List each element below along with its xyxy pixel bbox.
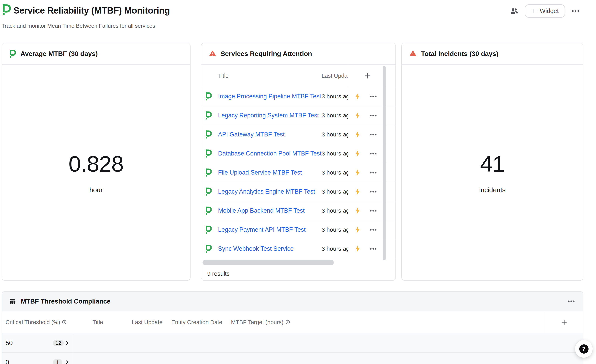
service-last-updated: 3 hours ag	[321, 245, 348, 252]
service-entity-link[interactable]: Image Processing Pipeline MTBF Test	[218, 93, 321, 100]
horizontal-scrollbar[interactable]	[202, 260, 334, 265]
warning-icon	[209, 51, 216, 57]
ellipsis-icon	[568, 300, 575, 302]
services-card-title: Services Requiring Attention	[221, 50, 312, 58]
port-logo-icon	[206, 92, 212, 101]
help-button[interactable]: ?	[575, 340, 593, 358]
page-more-options-button[interactable]	[572, 7, 580, 15]
service-entity-link[interactable]: Legacy Analytics Engine MTBF Test	[218, 188, 315, 195]
add-column-button[interactable]	[363, 72, 372, 80]
lightning-action-icon[interactable]	[355, 207, 360, 214]
port-logo-icon	[206, 130, 212, 138]
service-row-more-button[interactable]	[369, 150, 377, 157]
lightning-action-icon[interactable]	[355, 188, 360, 195]
service-last-updated: 3 hours ag	[321, 169, 348, 176]
ellipsis-icon	[370, 172, 377, 174]
compliance-more-options-button[interactable]	[567, 297, 576, 306]
lightning-action-icon[interactable]	[355, 150, 360, 157]
service-row: Image Processing Pipeline MTBF Test 3 ho…	[201, 87, 395, 106]
lightning-action-icon[interactable]	[355, 245, 360, 252]
info-icon[interactable]	[62, 320, 67, 325]
service-row-actions	[348, 125, 395, 144]
service-row: Mobile App Backend MTBF Test 3 hours ag	[201, 201, 395, 220]
lightning-action-icon[interactable]	[355, 226, 360, 233]
ellipsis-icon	[370, 229, 377, 231]
service-row-more-button[interactable]	[369, 207, 377, 215]
service-last-updated: 3 hours ag	[321, 150, 348, 157]
threshold-value: 50	[6, 339, 13, 347]
add-column-button[interactable]	[561, 319, 567, 325]
service-row: File Upload Service MTBF Test 3 hours ag	[201, 163, 395, 182]
port-logo-icon	[206, 149, 212, 158]
add-widget-label: Widget	[540, 7, 559, 15]
chevron-right-icon[interactable]	[64, 341, 69, 346]
header-actions: Widget	[510, 4, 580, 18]
service-row-more-button[interactable]	[369, 131, 377, 138]
service-entity-link[interactable]: API Gateway MTBF Test	[218, 131, 285, 138]
service-row-more-button[interactable]	[369, 169, 377, 176]
service-row: API Gateway MTBF Test 3 hours ag	[201, 125, 395, 144]
page-subtitle: Track and monitor Mean Time Between Fail…	[1, 23, 155, 29]
service-entity-link[interactable]: Sync Webhook Test Service	[218, 245, 294, 252]
group-count-badge: 12	[53, 340, 64, 346]
port-logo-icon	[206, 111, 212, 120]
table-icon	[10, 298, 16, 304]
service-entity-link[interactable]: File Upload Service MTBF Test	[218, 169, 302, 176]
avg-mtbf-unit: hour	[89, 186, 103, 194]
service-row: Sync Webhook Test Service 3 hours ag	[201, 239, 395, 258]
service-row-actions	[348, 144, 395, 163]
ellipsis-icon	[370, 153, 377, 154]
critical-threshold-column-header: Critical Threshold (%)	[6, 319, 67, 326]
service-row: Legacy Reporting System MTBF Test 3 hour…	[201, 106, 395, 125]
service-row-more-button[interactable]	[369, 188, 377, 196]
port-logo-icon	[206, 168, 212, 177]
service-row-actions	[348, 106, 395, 125]
page-header: Service Reliability (MTBF) Monitoring Tr…	[0, 0, 596, 33]
services-attention-card: Services Requiring Attention Title Last …	[201, 43, 396, 281]
service-entity-link[interactable]: Database Connection Pool MTBF Test	[218, 150, 321, 157]
service-entity-link[interactable]: Legacy Payment API MTBF Test	[218, 226, 306, 233]
services-card-header: Services Requiring Attention	[201, 43, 395, 65]
avg-mtbf-value: 0.828	[68, 151, 124, 177]
page-title: Service Reliability (MTBF) Monitoring	[13, 5, 170, 16]
threshold-group-row[interactable]: 0 1	[2, 353, 583, 364]
service-row-actions	[348, 239, 395, 258]
service-row-more-button[interactable]	[369, 93, 377, 100]
service-row-more-button[interactable]	[369, 111, 377, 119]
results-count: 9 results	[201, 267, 395, 281]
service-entity-link[interactable]: Mobile App Backend MTBF Test	[218, 207, 305, 214]
lightning-action-icon[interactable]	[355, 93, 360, 100]
service-row: Database Connection Pool MTBF Test 3 hou…	[201, 144, 395, 163]
chevron-right-icon[interactable]	[64, 360, 69, 364]
mtbf-threshold-compliance-card: MTBF Threshold Compliance Critical Thres…	[1, 291, 583, 364]
service-row-actions	[348, 220, 395, 239]
dashboard-screen: Service Reliability (MTBF) Monitoring Tr…	[0, 0, 596, 364]
compliance-header: MTBF Threshold Compliance	[2, 291, 583, 311]
column-label: Critical Threshold (%)	[6, 319, 60, 326]
service-entity-link[interactable]: Legacy Reporting System MTBF Test	[218, 112, 319, 119]
group-count-badge: 1	[53, 359, 62, 364]
plus-icon	[365, 73, 371, 79]
service-last-updated: 3 hours ag	[321, 93, 348, 100]
port-logo-icon	[206, 245, 212, 253]
total-incidents-card-header: Total Incidents (30 days)	[402, 43, 583, 65]
services-table: Title Last Upda Image Processing Pipelin…	[201, 65, 395, 267]
avg-mtbf-card-header: Average MTBF (30 days)	[2, 43, 190, 65]
add-column-cell	[545, 311, 583, 333]
plus-icon	[531, 8, 537, 14]
actions-column-header	[348, 65, 395, 87]
lightning-action-icon[interactable]	[355, 112, 360, 119]
warning-icon	[410, 51, 416, 57]
threshold-group-row[interactable]: 50 12	[2, 333, 583, 353]
lightning-action-icon[interactable]	[355, 131, 360, 138]
vertical-scrollbar[interactable]	[383, 66, 386, 260]
port-logo-icon	[206, 226, 212, 234]
lightning-action-icon[interactable]	[355, 169, 360, 176]
service-row-more-button[interactable]	[369, 245, 377, 253]
add-widget-button[interactable]: Widget	[525, 4, 565, 18]
info-icon[interactable]	[285, 320, 290, 325]
people-icon[interactable]	[510, 8, 518, 14]
services-table-header: Title Last Upda	[201, 65, 395, 87]
service-row-more-button[interactable]	[369, 226, 377, 234]
column-divider	[73, 333, 73, 364]
